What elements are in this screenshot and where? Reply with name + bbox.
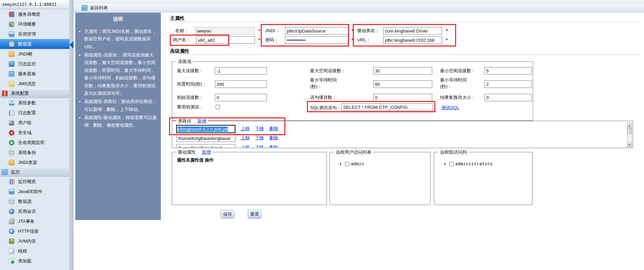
max-idle-input[interactable]: [373, 67, 432, 75]
fetch-size-input[interactable]: [485, 94, 532, 101]
move-down-link[interactable]: 下移: [255, 145, 264, 147]
save-button[interactable]: 保存: [221, 210, 234, 218]
sidebar-item-http[interactable]: HTTP连接: [0, 226, 69, 236]
scrollbar-thumb[interactable]: [627, 128, 632, 134]
move-down-link[interactable]: 下移: [255, 126, 264, 131]
sidebar-item-security-domain[interactable]: 安全域: [0, 128, 69, 138]
test-on-reuse-label: 重用前测试：: [177, 103, 204, 111]
sidebar-item-jndi-tree[interactable]: JNDI树: [0, 49, 69, 59]
sidebar-item-session[interactable]: 应用会话: [0, 206, 69, 216]
move-up-link[interactable]: 上移: [241, 126, 250, 131]
test-sql-input[interactable]: [342, 103, 433, 111]
sidebar-item-jndi-resource[interactable]: JNDI资源: [0, 157, 69, 167]
classpath-input[interactable]: [176, 134, 235, 142]
delete-link[interactable]: 删除: [269, 145, 278, 147]
transaction-icon: [9, 219, 14, 224]
remote-group-checkbox[interactable]: [449, 162, 454, 166]
min-wait-input[interactable]: [485, 80, 532, 88]
folder-tree-icon: [9, 51, 14, 57]
scroll-up-arrow-icon[interactable]: ▲: [627, 123, 632, 128]
sidebar-item-environment[interactable]: 环境概要: [0, 19, 69, 29]
sidebar-item-log-monitor[interactable]: 日志监控: [0, 59, 69, 69]
delete-link[interactable]: 删除: [269, 135, 278, 140]
class-loader-icon: [9, 258, 14, 264]
remote-users-legend: 远程用户访问列表: [334, 149, 373, 155]
sidebar-item-javaee[interactable]: JavaEE组件: [0, 187, 69, 196]
required-asterisk: *: [446, 27, 448, 35]
back-to-list-icon[interactable]: [82, 5, 87, 11]
server-title: seeyon[127.0.1.1:8083]: [0, 0, 69, 9]
username-label: 用户名：: [173, 36, 191, 44]
thread-box-icon: [9, 248, 14, 254]
init-conn-input[interactable]: [215, 94, 267, 101]
test-sql-link[interactable]: 测试SQL: [441, 105, 459, 111]
max-conn-input[interactable]: [215, 67, 267, 75]
book-icon: [2, 91, 8, 96]
fetch-size-label: 结果集预存大小：: [440, 94, 476, 101]
component-icon: [9, 189, 14, 194]
reset-button[interactable]: 重置: [248, 210, 261, 218]
remote-users-fieldset: 远程用户访问列表 admin: [330, 152, 430, 205]
dual-monitor-icon: [2, 169, 8, 175]
sidebar-item-jms[interactable]: JMS消息: [0, 79, 69, 89]
move-up-link[interactable]: 上移: [241, 145, 250, 147]
required-asterisk: *: [351, 27, 353, 35]
sidebar-item-datasource-monitor[interactable]: 数据源: [0, 196, 69, 206]
scroll-down-arrow-icon[interactable]: ▼: [627, 142, 632, 147]
sidebar-item-jta[interactable]: JTA事务: [0, 216, 69, 226]
sidebar-item-classload[interactable]: 类加载: [0, 256, 69, 266]
sidebar-item-service-panel[interactable]: 服务面板: [0, 69, 69, 79]
datasource-form: 主属性 名称： * JNDI： * 驱动类名： * 用户名： * 密码： * U…: [74, 13, 644, 270]
sidebar-item-user-group[interactable]: 用户组: [0, 118, 69, 128]
test-on-reuse-checkbox[interactable]: [216, 105, 220, 109]
classpath-input-focused[interactable]: k/kingbase8-8.2.0.jre6.jar: [176, 125, 235, 133]
url-label: URL：: [357, 36, 371, 44]
delete-link[interactable]: 删除: [269, 126, 278, 131]
sidebar-item-sys-params[interactable]: 系统参数: [0, 98, 69, 108]
toolbar: 返回列表: [74, 3, 644, 12]
remote-user-checkbox[interactable]: [345, 162, 349, 166]
sidebar-item-jvm[interactable]: JVM内存: [0, 236, 69, 246]
max-wait-input[interactable]: [373, 80, 432, 88]
sidebar-item-log-config[interactable]: 日志配置: [0, 108, 69, 118]
driver-props-add-link[interactable]: 新增: [202, 150, 211, 155]
classpath-list: k/kingbase8-8.2.0.jre6.jar 上移 下移 删除 上移 下…: [176, 123, 625, 147]
classpath-scrollbar[interactable]: ▲ ▼: [627, 123, 632, 147]
max-idle-label: 最大空闲连接数：: [310, 67, 346, 75]
sidebar-item-app-management[interactable]: 应用管理: [0, 29, 69, 39]
database-icon: [9, 199, 14, 204]
driver-props-legend: 驱动属性 新增: [176, 149, 212, 155]
connection-pool-fieldset: 连接池 最大连接数： 最大空闲连接数： 最小空闲连接数： 闲置时间(秒)： 最大…: [172, 61, 533, 121]
min-wait-label: 最小等待时间 (秒)：: [440, 77, 467, 90]
min-idle-label: 最小空闲连接数：: [440, 67, 476, 75]
password-input[interactable]: [285, 36, 348, 44]
driver-class-input[interactable]: [383, 27, 442, 35]
sidebar-item-datasource[interactable]: 数据源: [0, 39, 69, 49]
application-box-icon: [9, 31, 14, 37]
stmt-cache-input[interactable]: [373, 94, 432, 101]
sidebar-item-backup[interactable]: 系统备份: [0, 147, 69, 157]
sidebar-item-server-overview[interactable]: 服务器概览: [0, 9, 69, 19]
lifebuoy-icon: [9, 130, 14, 136]
classpath-input[interactable]: [176, 144, 235, 147]
classpath-row: 上移 下移 删除: [176, 144, 278, 147]
idle-time-input[interactable]: [215, 80, 267, 88]
min-idle-input[interactable]: [485, 67, 532, 75]
sidebar-item-thread[interactable]: 线程: [0, 246, 69, 256]
globe-icon: [9, 209, 14, 214]
pool-legend: 连接池: [176, 59, 193, 65]
sidebar-item-lifecycle[interactable]: 生命周期监听: [0, 138, 69, 147]
sidebar-item-monitor-overview[interactable]: 监控概览: [0, 177, 69, 187]
username-input[interactable]: [196, 36, 255, 44]
sidebar-section-system-config[interactable]: 系统配置: [0, 89, 69, 98]
move-up-link[interactable]: 上移: [241, 135, 250, 140]
jndi-input[interactable]: [285, 27, 348, 35]
sidebar-section-monitoring[interactable]: 监控: [0, 167, 69, 177]
server-icon: [9, 12, 14, 17]
name-input[interactable]: [195, 27, 254, 35]
url-input[interactable]: [383, 36, 442, 44]
move-down-link[interactable]: 下移: [255, 135, 264, 140]
back-to-list-button[interactable]: 返回列表: [90, 3, 108, 12]
name-label: 名称：: [175, 27, 189, 35]
max-wait-label: 最大等待时间 (秒)：: [310, 77, 337, 90]
